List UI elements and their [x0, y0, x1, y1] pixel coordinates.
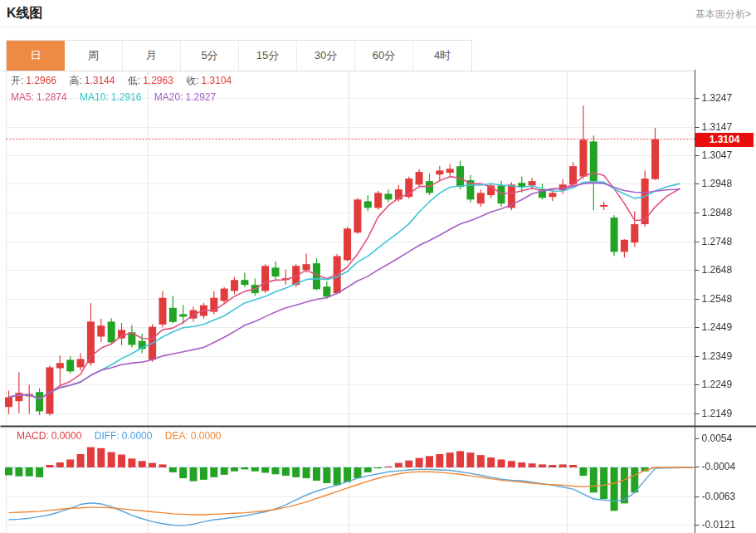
panel-header: K线图 基本面分析>	[0, 0, 756, 27]
high-value: 1.3144	[85, 75, 115, 86]
tab-60min[interactable]: 60分	[355, 41, 413, 71]
low-label: 低:	[128, 75, 140, 86]
close-label: 收:	[186, 75, 198, 86]
low-value: 1.2963	[143, 75, 173, 86]
macd-legend: MACD:0.0000 DIFF:0.0000 DEA:0.0000	[17, 430, 223, 442]
macd-label: MACD:	[17, 430, 49, 442]
page-title: K线图	[7, 5, 43, 22]
current-price-badge: 1.3104	[695, 133, 754, 147]
tab-4hour[interactable]: 4时	[413, 41, 471, 71]
kline-chart-canvas[interactable]	[0, 70, 756, 533]
dea-value: 0.0000	[191, 430, 222, 442]
ma5-value: 1.2874	[37, 91, 67, 103]
high-label: 高:	[69, 75, 81, 86]
tab-30min[interactable]: 30分	[297, 41, 355, 71]
macd-value: 0.0000	[51, 430, 82, 442]
kline-panel: K线图 基本面分析> 日周月5分15分30分60分4时 开:1.2966 高:1…	[0, 0, 756, 533]
tab-5min[interactable]: 5分	[181, 41, 239, 71]
timeframe-tabbar: 日周月5分15分30分60分4时	[6, 40, 472, 71]
ma10-value: 1.2916	[111, 91, 142, 103]
open-label: 开:	[11, 75, 23, 86]
ma10-label: MA10:	[80, 91, 109, 103]
tab-month[interactable]: 月	[123, 41, 181, 71]
ma-legend: MA5:1.2874 MA10:1.2916 MA20:1.2927	[11, 91, 218, 103]
ma20-value: 1.2927	[185, 91, 216, 103]
close-value: 1.3104	[202, 75, 232, 86]
tab-day[interactable]: 日	[7, 41, 65, 71]
diff-value: 0.0000	[122, 430, 153, 442]
open-value: 1.2966	[26, 75, 56, 86]
fundamental-analysis-link[interactable]: 基本面分析>	[695, 7, 751, 22]
ma20-label: MA20:	[154, 91, 183, 103]
ma5-label: MA5:	[11, 91, 34, 103]
tab-15min[interactable]: 15分	[239, 41, 297, 71]
tab-week[interactable]: 周	[65, 41, 123, 71]
diff-label: DIFF:	[95, 430, 119, 442]
ohlc-legend: 开:1.2966 高:1.3144 低:1.2963 收:1.3104	[11, 74, 234, 88]
dea-label: DEA:	[165, 430, 188, 442]
